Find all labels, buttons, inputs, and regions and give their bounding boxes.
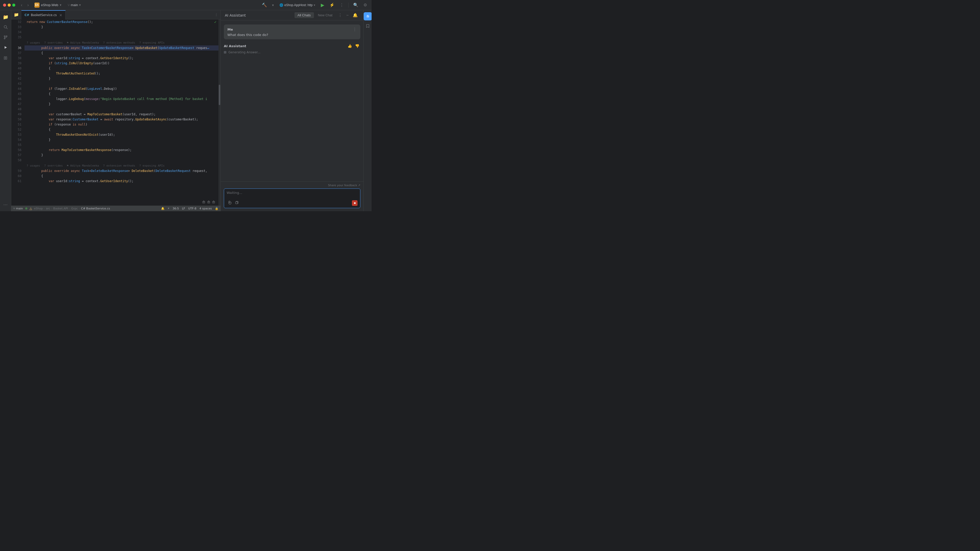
user-message-more-button[interactable]: ⋮ <box>353 27 357 32</box>
code-insight-icon[interactable]: ⟰ <box>202 200 205 205</box>
minimize-traffic-light[interactable] <box>8 3 11 6</box>
activity-bar: 📁 ⊞ ··· <box>0 10 11 211</box>
hammer-button[interactable]: 🔨 <box>260 2 269 8</box>
code-insight-icon-2[interactable]: ⟰ <box>207 200 210 205</box>
forward-button[interactable]: › <box>26 2 30 8</box>
thumbs-down-button[interactable]: 👎 <box>354 43 360 48</box>
code-editor[interactable]: 32 33 34 35 36 37 38 39 40 41 42 43 44 <box>11 19 221 206</box>
thumbs-up-button[interactable]: 👍 <box>347 43 353 48</box>
lens-59-usages[interactable]: ? usages <box>27 164 40 167</box>
scroll-track[interactable] <box>218 19 221 206</box>
ai-notifications-button[interactable]: 🔔 <box>351 12 360 19</box>
code-line-44: if (logger.IsEnabled(LogLevel.Debug)) <box>24 86 221 91</box>
status-encoding[interactable]: UTF-8 <box>188 207 196 210</box>
lens-59-ext-methods[interactable]: ? extension methods <box>103 164 135 167</box>
status-errors[interactable]: ⊗ <box>25 206 27 210</box>
branch-name: main <box>71 3 78 7</box>
ai-input-text: Waiting... <box>227 191 358 198</box>
activity-bar-bottom: ··· <box>1 200 10 209</box>
breadcrumb-basket[interactable]: Basket.API <box>53 207 68 210</box>
copy-code-button[interactable] <box>234 200 240 206</box>
notifications-activity-icon[interactable]: ··· <box>1 200 10 209</box>
code-line-34 <box>24 30 221 35</box>
code-lens-59[interactable]: ? usages ? overrides ⚑ Aditya Mandaleeka… <box>24 163 221 168</box>
ai-panel-title: AI Assistant <box>225 13 246 17</box>
scroll-thumb[interactable] <box>219 85 220 105</box>
settings-button[interactable]: ⚙ <box>362 2 369 8</box>
status-notifications[interactable]: 🔔 <box>161 207 165 210</box>
lens-exposing[interactable]: ? exposing APIs <box>139 41 165 44</box>
close-traffic-light[interactable] <box>3 3 6 6</box>
code-line-41: ThrowNotAuthenticated(); <box>24 71 221 76</box>
breadcrumb-project[interactable]: eShop <box>34 207 43 210</box>
more-run-button[interactable]: ⋮ <box>338 2 345 8</box>
status-indent[interactable]: 4 spaces <box>200 207 212 210</box>
lens-59-overrides[interactable]: ? overrides <box>44 164 63 167</box>
new-chat-tab[interactable]: New Chat <box>315 12 336 18</box>
editor-content: 32 33 34 35 36 37 38 39 40 41 42 43 44 <box>11 19 221 206</box>
all-chats-tab[interactable]: All Chats <box>294 12 314 18</box>
git-branch-status[interactable]: ⑂ main <box>13 207 23 210</box>
attach-button[interactable] <box>227 200 233 206</box>
ai-input-box[interactable]: Waiting... <box>224 189 360 208</box>
code-line-61: var userId:string = context.GetUserIdent… <box>24 179 221 184</box>
status-right: 🔔 ⚡ 36:5 LF UTF-8 4 spaces 🔒 <box>161 207 218 210</box>
ai-fab-button[interactable] <box>364 12 372 21</box>
checkmark-icon: ✓ <box>215 20 216 24</box>
lens-59-author[interactable]: ⚑ Aditya Mandaleeka <box>67 164 99 167</box>
code-lines: return new CustomerBasketResponse(); ✓ } <box>24 19 221 184</box>
code-line-50: var response:CustomerBasket = await repo… <box>24 117 221 122</box>
code-insight-icon-3[interactable]: ⟰ <box>212 200 215 205</box>
breadcrumb-file[interactable]: C# BasketService.cs <box>81 207 110 210</box>
status-lock-icon[interactable]: 🔒 <box>215 207 218 210</box>
lens-author[interactable]: ⚑ Aditya Mandaleeka <box>67 41 99 44</box>
bookmarks-icon[interactable] <box>364 22 371 30</box>
csharp-file-icon: C# <box>24 13 29 17</box>
breadcrumb-grpc[interactable]: Grpc <box>71 207 78 210</box>
lens-overrides[interactable]: ? overrides <box>44 41 63 44</box>
project-name: eShop.Web <box>41 3 59 7</box>
fullscreen-traffic-light[interactable] <box>12 3 15 6</box>
lens-59-exposing[interactable]: ? exposing APIs <box>139 164 165 167</box>
run-config-chevron[interactable]: ▾ <box>270 2 275 8</box>
tab-more-button[interactable]: ⋮ <box>212 13 221 17</box>
status-line-col[interactable]: 36:5 <box>172 207 179 210</box>
status-line-ending[interactable]: LF <box>182 207 185 210</box>
svg-point-3 <box>6 36 7 37</box>
git-activity-icon[interactable] <box>1 33 10 42</box>
ai-header-actions: All Chats New Chat ⋮ − 🔔 <box>294 12 360 19</box>
user-message-header: Me ⋮ <box>228 27 357 32</box>
run-debug-activity-icon[interactable] <box>1 43 10 52</box>
debug-button[interactable]: ⚡ <box>328 2 336 8</box>
tab-close-button[interactable]: × <box>59 13 62 17</box>
app-host-button[interactable]: 🌐 eShop.AppHost: http ▾ <box>277 2 317 8</box>
code-line-58 <box>24 158 221 163</box>
plugins-activity-icon[interactable]: ⊞ <box>1 53 10 62</box>
basket-service-tab[interactable]: C# BasketService.cs × <box>21 10 65 19</box>
back-button[interactable]: ‹ <box>19 2 24 8</box>
user-name: Me <box>228 27 233 32</box>
breadcrumb-src[interactable]: src <box>46 207 50 210</box>
explorer-folder-icon[interactable]: 📁 <box>11 12 21 17</box>
play-button[interactable]: ▶ <box>319 1 326 9</box>
lens-ext-methods[interactable]: ? extension methods <box>103 41 135 44</box>
branch-selector[interactable]: ⑂ main ▾ <box>65 2 83 8</box>
feedback-link[interactable]: Share your feedback ↗ <box>224 184 360 189</box>
folder-activity-icon[interactable]: 📁 <box>1 12 10 21</box>
lens-usages[interactable]: ? usages <box>27 41 40 44</box>
ai-more-button[interactable]: ⋮ <box>337 12 344 19</box>
code-line-36: public override async Task<CustomerBaske… <box>24 45 221 51</box>
search-activity-icon[interactable] <box>1 22 10 32</box>
send-stop-button[interactable]: ■ <box>352 200 358 206</box>
code-line-53: ThrowBasketDoesNotExist(userId); <box>24 132 221 137</box>
status-warnings[interactable]: △ <box>30 206 32 210</box>
ai-panel-header: AI Assistant All Chats New Chat ⋮ − 🔔 <box>221 10 363 21</box>
code-lens-36[interactable]: ? usages ? overrides ⚑ Aditya Mandaleeka… <box>24 40 221 45</box>
ai-minimize-button[interactable]: − <box>345 12 350 19</box>
project-selector[interactable]: ES eShop.Web ▾ <box>32 2 64 9</box>
app-host-label: eShop.AppHost: http <box>284 3 313 7</box>
global-search-button[interactable]: 🔍 <box>352 2 360 8</box>
status-line-ending-icon[interactable]: ⚡ <box>168 207 170 210</box>
code-line-56: return MapToCustomerBasketResponse(respo… <box>24 148 221 152</box>
ai-chat-area[interactable]: Me ⋮ What does this code do? AI Assistan… <box>221 21 363 181</box>
